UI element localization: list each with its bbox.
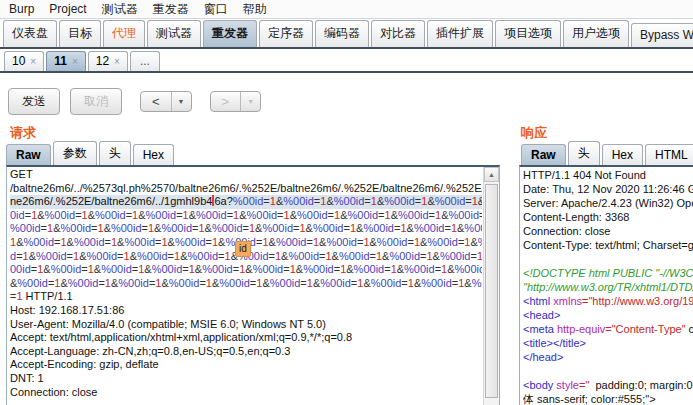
query-token: %00id	[51, 263, 82, 275]
panel-splitter[interactable]	[501, 165, 518, 405]
prev-icon[interactable]: <	[141, 92, 172, 111]
main-tab-bar: 仪表盘目标代理测试器重发器定序器编码器对比器插件扩展项目选项用户选项Bypass…	[3, 24, 693, 47]
query-token: %00id	[60, 222, 91, 234]
request-scrollbar[interactable]: ▲	[483, 167, 499, 405]
text-run: HTTP/1.1 404 Not Found	[523, 169, 646, 181]
response-editor[interactable]: HTTP/1.1 404 Not FoundDate: Thu, 12 Nov …	[519, 165, 693, 405]
text-run: ="	[579, 379, 589, 391]
session-tab-10[interactable]: 10×	[4, 51, 44, 71]
session-tab-...[interactable]: ...	[130, 51, 160, 71]
response-tab-Raw[interactable]: Raw	[521, 144, 566, 166]
query-token: %00id	[17, 277, 48, 289]
query-token: &	[447, 263, 454, 275]
request-editor[interactable]: GET/baltne26m6/../%2573ql.ph%2570/baltne…	[6, 165, 500, 405]
request-line: &%00id=1&%00id=1&%00id=1&%00id=1&%00id=1…	[10, 277, 482, 291]
request-tab-参数[interactable]: 参数	[53, 141, 97, 166]
session-bar-divider	[0, 71, 693, 73]
query-token: %00id	[111, 222, 142, 234]
query-token: &	[433, 250, 440, 262]
menu-item-测试器[interactable]: 测试器	[102, 1, 138, 18]
session-tab-bar: 10×11×12×...	[4, 52, 693, 71]
tab-Bypass WAF[interactable]: Bypass WAF	[631, 23, 693, 47]
session-tab-12[interactable]: 12×	[88, 51, 128, 71]
query-token: %00id	[448, 209, 479, 221]
cancel-button[interactable]: 取消	[70, 88, 122, 115]
text-run: ne26m6/.%252E/baltne26m6/../1gmhl9b4	[10, 195, 212, 207]
scroll-up-arrow-icon[interactable]: ▲	[484, 167, 499, 182]
text-run: xmlns	[550, 295, 582, 307]
tab-重发器[interactable]: 重发器	[203, 20, 257, 47]
request-line: User-Agent: Mozilla/4.0 (compatible; MSI…	[10, 318, 482, 332]
scrollbar-thumb[interactable]	[485, 184, 498, 398]
query-token: %00id	[45, 209, 76, 221]
text-run: 6a?	[214, 195, 232, 207]
tab-定序器[interactable]: 定序器	[259, 20, 313, 47]
menu-item-Project[interactable]: Project	[49, 2, 86, 16]
menu-item-Burp[interactable]: Burp	[9, 2, 34, 16]
query-token: %00id	[455, 263, 482, 275]
response-line	[523, 252, 693, 266]
text-run: Connection: close	[10, 386, 97, 398]
response-line: <head>	[523, 308, 693, 322]
close-icon[interactable]: ×	[72, 56, 78, 67]
next-icon[interactable]: >	[211, 92, 242, 111]
tab-目标[interactable]: 目标	[59, 20, 101, 47]
text-run: <body	[523, 379, 553, 391]
text-run: Server: Apache/2.4.23 (Win32) OpenS	[523, 197, 693, 209]
query-token: %00id	[398, 209, 429, 221]
query-token: %00id	[377, 236, 408, 248]
session-tab-label: 12	[96, 54, 109, 68]
request-tab-Hex[interactable]: Hex	[133, 144, 174, 166]
close-icon[interactable]: ×	[114, 56, 120, 67]
text-run: Accept-Encoding: gzip, deflate	[10, 358, 159, 370]
next-dropdown-arrow-icon[interactable]: ▼	[241, 92, 260, 111]
prev-response-button[interactable]: < ▼	[140, 91, 192, 112]
text-run: Date: Thu, 12 Nov 2020 11:26:46 GMT	[523, 183, 693, 195]
query-token: %00id	[404, 263, 435, 275]
response-text[interactable]: HTTP/1.1 404 Not FoundDate: Thu, 12 Nov …	[523, 168, 693, 405]
session-tab-11[interactable]: 11×	[46, 51, 86, 71]
query-token: &	[363, 277, 370, 289]
response-line: <meta http-equiv="Content-Type" cont	[523, 322, 693, 336]
request-tab-头[interactable]: 头	[99, 141, 131, 166]
text-run: Accept-Language: zh-CN,zh;q=0.8,en-US;q=…	[10, 345, 290, 357]
response-line: <body style=" padding:0; margin:0; fo	[523, 378, 693, 392]
session-tab-label: 11	[54, 54, 67, 68]
request-line: =1 HTTP/1.1	[10, 290, 482, 304]
menu-item-窗口[interactable]: 窗口	[204, 1, 228, 18]
tab-代理[interactable]: 代理	[103, 20, 145, 47]
query-token: %00id	[334, 195, 365, 207]
close-icon[interactable]: ×	[30, 56, 36, 67]
text-run: padding:0; margin:0; fo	[589, 379, 693, 391]
next-response-button[interactable]: > ▼	[210, 91, 262, 112]
response-line: Content-Length: 3368	[523, 210, 693, 224]
response-tab-头[interactable]: 头	[568, 141, 600, 166]
request-tab-Raw[interactable]: Raw	[6, 144, 51, 166]
query-token: &	[306, 222, 313, 234]
text-run: "http://www.w3.org/TR/xhtml1/DTD/xht	[523, 281, 693, 293]
query-token: &	[407, 222, 414, 234]
tab-用户选项[interactable]: 用户选项	[563, 20, 629, 47]
menu-item-帮助[interactable]: 帮助	[243, 1, 267, 18]
tab-对比器[interactable]: 对比器	[371, 20, 425, 47]
tab-项目选项[interactable]: 项目选项	[495, 20, 561, 47]
text-run	[523, 253, 526, 265]
tab-仪表盘[interactable]: 仪表盘	[3, 20, 57, 47]
request-line: DNT: 1	[10, 372, 482, 386]
request-text[interactable]: GET/baltne26m6/../%2573ql.ph%2570/baltne…	[10, 168, 482, 405]
tab-编码器[interactable]: 编码器	[315, 20, 369, 47]
request-line: Host: 192.168.17.51:86	[10, 304, 482, 318]
response-tab-HTML[interactable]: HTML	[645, 144, 693, 166]
prev-dropdown-arrow-icon[interactable]: ▼	[172, 92, 191, 111]
query-token: &	[79, 250, 86, 262]
response-line: Content-Type: text/html; Charset=gb23	[523, 238, 693, 252]
send-button[interactable]: 发送	[8, 88, 60, 115]
request-line: /baltne26m6/../%2573ql.ph%2570/baltne26m…	[10, 182, 482, 196]
response-tab-Hex[interactable]: Hex	[602, 144, 643, 166]
request-tab-bar: Raw参数头Hex	[6, 144, 174, 166]
tab-插件扩展[interactable]: 插件扩展	[427, 20, 493, 47]
menu-item-重发器[interactable]: 重发器	[153, 1, 189, 18]
tab-测试器[interactable]: 测试器	[147, 20, 201, 47]
query-token: %00id	[339, 250, 370, 262]
response-line: HTTP/1.1 404 Not Found	[523, 168, 693, 182]
